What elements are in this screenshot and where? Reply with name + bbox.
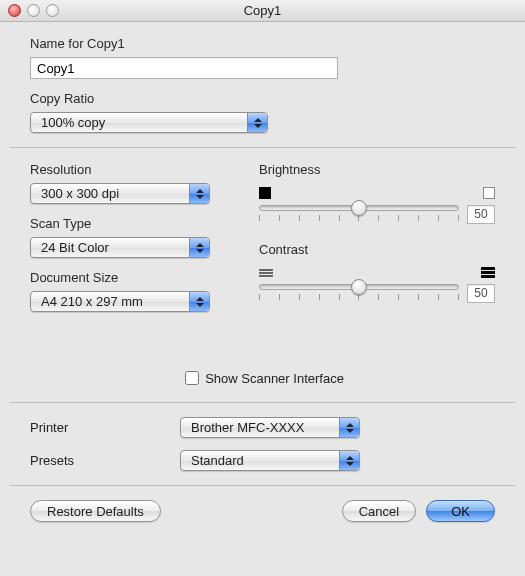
cancel-label: Cancel	[359, 504, 399, 519]
printer-select[interactable]: Brother MFC-XXXX	[180, 417, 360, 438]
divider	[10, 402, 515, 403]
document-size-value: A4 210 x 297 mm	[41, 294, 143, 309]
contrast-slider[interactable]	[259, 284, 459, 290]
copy-ratio-value: 100% copy	[41, 115, 105, 130]
scan-type-label: Scan Type	[30, 216, 235, 231]
show-scanner-checkbox[interactable]	[185, 371, 199, 385]
document-size-label: Document Size	[30, 270, 235, 285]
close-icon[interactable]	[8, 4, 21, 17]
ok-button[interactable]: OK	[426, 500, 495, 522]
zoom-icon[interactable]	[46, 4, 59, 17]
name-input[interactable]	[30, 57, 338, 79]
show-scanner-row: Show Scanner Interface	[30, 368, 495, 388]
stepper-icon	[189, 238, 209, 257]
presets-label: Presets	[30, 453, 180, 468]
window-controls	[8, 4, 59, 17]
brightness-dark-icon	[259, 187, 271, 199]
divider	[10, 147, 515, 148]
slider-thumb[interactable]	[351, 279, 367, 295]
minimize-icon[interactable]	[27, 4, 40, 17]
printer-value: Brother MFC-XXXX	[191, 420, 304, 435]
brightness-value[interactable]: 50	[467, 205, 495, 224]
ok-label: OK	[451, 504, 470, 519]
presets-select[interactable]: Standard	[180, 450, 360, 471]
stepper-icon	[189, 292, 209, 311]
window-title: Copy1	[0, 3, 525, 18]
resolution-select[interactable]: 300 x 300 dpi	[30, 183, 210, 204]
brightness-label: Brightness	[259, 162, 495, 177]
contrast-low-icon	[259, 269, 273, 277]
scan-type-value: 24 Bit Color	[41, 240, 109, 255]
show-scanner-label: Show Scanner Interface	[205, 371, 344, 386]
scan-type-select[interactable]: 24 Bit Color	[30, 237, 210, 258]
document-size-select[interactable]: A4 210 x 297 mm	[30, 291, 210, 312]
cancel-button[interactable]: Cancel	[342, 500, 416, 522]
resolution-value: 300 x 300 dpi	[41, 186, 119, 201]
divider	[10, 485, 515, 486]
copy-ratio-select[interactable]: 100% copy	[30, 112, 268, 133]
presets-value: Standard	[191, 453, 244, 468]
titlebar: Copy1	[0, 0, 525, 22]
stepper-icon	[339, 418, 359, 437]
resolution-label: Resolution	[30, 162, 235, 177]
restore-defaults-label: Restore Defaults	[47, 504, 144, 519]
dialog-content: Name for Copy1 Copy Ratio 100% copy Reso…	[0, 22, 525, 538]
slider-thumb[interactable]	[351, 200, 367, 216]
stepper-icon	[339, 451, 359, 470]
name-label: Name for Copy1	[30, 36, 495, 51]
printer-label: Printer	[30, 420, 180, 435]
contrast-label: Contrast	[259, 242, 495, 257]
contrast-high-icon	[481, 267, 495, 278]
copy-ratio-label: Copy Ratio	[30, 91, 495, 106]
brightness-light-icon	[483, 187, 495, 199]
restore-defaults-button[interactable]: Restore Defaults	[30, 500, 161, 522]
stepper-icon	[189, 184, 209, 203]
contrast-value[interactable]: 50	[467, 284, 495, 303]
stepper-icon	[247, 113, 267, 132]
brightness-slider[interactable]	[259, 205, 459, 211]
